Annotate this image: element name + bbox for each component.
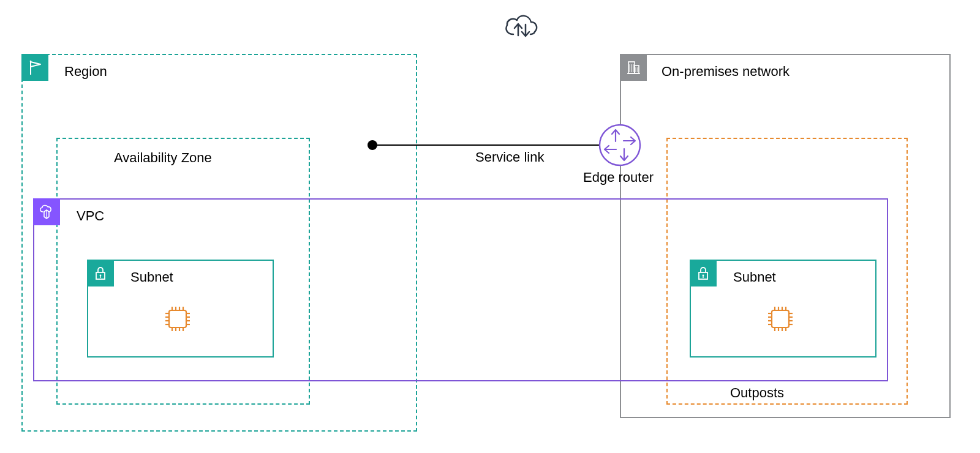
edge-router-label: Edge router	[583, 170, 654, 185]
lock-icon	[87, 260, 114, 286]
lock-icon	[690, 260, 717, 286]
svg-rect-37	[772, 310, 789, 328]
region-label: Region	[64, 64, 107, 80]
svg-point-56	[600, 125, 640, 165]
building-icon	[620, 54, 647, 81]
flag-icon	[21, 54, 48, 81]
service-link-label: Service link	[475, 149, 544, 165]
vpc-icon	[33, 198, 60, 225]
chip-icon	[161, 302, 194, 338]
chip-icon	[764, 302, 797, 338]
svg-rect-17	[169, 310, 186, 328]
svg-rect-6	[635, 66, 639, 73]
svg-point-35	[703, 275, 704, 277]
outposts-label: Outposts	[730, 385, 784, 401]
vpc-label: VPC	[77, 208, 104, 224]
svg-point-4	[30, 61, 32, 62]
edge-router-icon	[598, 123, 642, 167]
cloud-icon	[501, 7, 541, 48]
svg-point-15	[100, 275, 102, 277]
diagram-canvas: Region Availability Zone On-premises net…	[0, 0, 980, 453]
svg-marker-3	[31, 62, 40, 67]
onprem-label: On-premises network	[662, 64, 790, 80]
availability-zone-label: Availability Zone	[114, 150, 212, 166]
subnet-left-label: Subnet	[130, 269, 173, 285]
subnet-right-label: Subnet	[733, 269, 776, 285]
